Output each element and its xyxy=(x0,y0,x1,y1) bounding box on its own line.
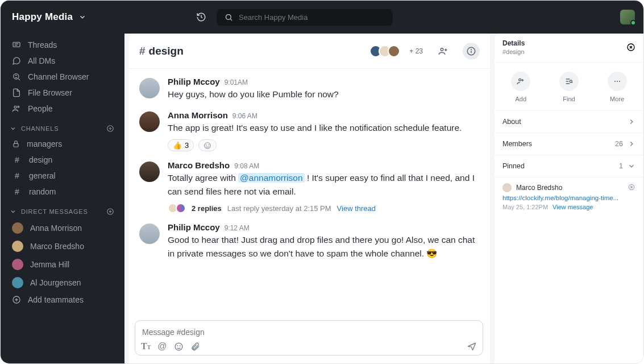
channel-design[interactable]: # design xyxy=(1,152,124,168)
channel-title[interactable]: # design xyxy=(139,45,184,57)
channel-browser-icon xyxy=(12,72,21,81)
channel-label: general xyxy=(29,171,56,180)
message[interactable]: Philip Mccoy9:12 AM Good to hear that! J… xyxy=(139,222,480,260)
svg-point-5 xyxy=(14,74,19,79)
close-details-button[interactable] xyxy=(626,43,635,52)
details-more-button[interactable]: More xyxy=(608,72,627,102)
svg-point-31 xyxy=(177,345,178,346)
section-label: CHANNELS xyxy=(21,125,59,132)
hash-icon: # xyxy=(12,155,22,164)
dm-jemma[interactable]: Jemma Hill xyxy=(1,255,124,274)
svg-point-48 xyxy=(614,81,616,82)
dm-marco[interactable]: Marco Bredsho xyxy=(1,237,124,255)
pinned-date: May 25, 1:22PM xyxy=(502,204,548,210)
message[interactable]: Marco Bredsho9:08 AM Totally agree with … xyxy=(139,160,480,213)
user-avatar[interactable] xyxy=(620,10,635,24)
sidebar-file-browser[interactable]: File Browser xyxy=(1,85,124,101)
workspace-name: Happy Media xyxy=(12,11,73,23)
message-text: Good to hear that! Just drag and drop fi… xyxy=(168,233,480,260)
channel-random[interactable]: # random xyxy=(1,184,124,200)
row-label: About xyxy=(502,118,521,126)
add-person-icon xyxy=(516,77,525,86)
svg-point-10 xyxy=(18,106,19,107)
file-browser-icon xyxy=(12,88,21,97)
details-add-button[interactable]: Add xyxy=(511,72,530,102)
people-icon xyxy=(12,104,21,113)
message-author: Philip Mccoy xyxy=(168,77,220,86)
message[interactable]: Anna Morrison9:06 AM The app is great! I… xyxy=(139,110,480,151)
dm-label: Jemma Hill xyxy=(30,260,69,269)
add-channel-icon[interactable] xyxy=(106,125,114,133)
svg-point-30 xyxy=(175,343,182,350)
composer-input[interactable] xyxy=(141,325,477,341)
search-bar[interactable] xyxy=(217,9,393,26)
history-icon xyxy=(196,12,206,22)
add-teammates-label: Add teammates xyxy=(28,295,84,304)
add-dm-icon[interactable] xyxy=(106,208,114,216)
threads-icon xyxy=(12,40,21,49)
channel-name: design xyxy=(149,45,184,57)
mention[interactable]: @annamorrison xyxy=(238,173,305,183)
message-time: 9:01AM xyxy=(225,78,248,86)
row-label: Pinned xyxy=(502,162,525,170)
view-message-link[interactable]: View message xyxy=(552,204,593,210)
add-teammates[interactable]: Add teammates xyxy=(1,292,124,308)
history-button[interactable] xyxy=(193,9,210,26)
hash-icon: # xyxy=(12,171,22,180)
add-emoji-icon xyxy=(203,142,211,150)
dms-icon xyxy=(12,56,21,65)
channels-section-header[interactable]: CHANNELS xyxy=(1,117,124,136)
format-button[interactable]: TT xyxy=(141,341,151,351)
dm-section-header[interactable]: DIRECT MESSAGES xyxy=(1,200,124,219)
section-label: DIRECT MESSAGES xyxy=(21,208,88,215)
sidebar-channel-browser[interactable]: Channel Browser xyxy=(1,69,124,85)
member-count: + 23 xyxy=(409,47,423,55)
add-people-button[interactable] xyxy=(434,43,451,60)
message-text: Totally agree with @annamorrison ! It's … xyxy=(168,171,480,198)
svg-point-21 xyxy=(441,48,443,51)
message-composer[interactable]: TT @ xyxy=(135,320,483,355)
emoji-button[interactable] xyxy=(174,342,184,351)
details-members-row[interactable]: Members 26 xyxy=(495,133,643,155)
chevron-down-icon xyxy=(10,125,16,132)
attach-button[interactable] xyxy=(190,342,200,351)
lock-icon xyxy=(12,140,20,148)
details-pinned-row[interactable]: Pinned 1 xyxy=(495,155,643,177)
channel-general[interactable]: # general xyxy=(1,168,124,184)
thread-replies-count: 2 replies xyxy=(192,204,222,213)
dm-anna[interactable]: Anna Morrison xyxy=(1,219,124,237)
message-author: Marco Bredsho xyxy=(168,160,230,170)
svg-line-1 xyxy=(230,19,232,20)
search-input[interactable] xyxy=(239,13,385,22)
chevron-down-icon xyxy=(78,13,86,21)
info-button[interactable] xyxy=(463,43,480,60)
send-button[interactable] xyxy=(467,341,477,351)
unpin-button[interactable] xyxy=(628,183,635,191)
message-text: Hey guys, how do you like Pumble for now… xyxy=(168,88,480,101)
pinned-message[interactable]: Marco Bredsho https://clockify.me/blog/m… xyxy=(495,177,643,216)
sidebar-all-dms[interactable]: All DMs xyxy=(1,53,124,69)
pinned-link[interactable]: https://clockify.me/blog/managing-time..… xyxy=(502,195,628,201)
hash-icon: # xyxy=(139,45,146,57)
chevron-right-icon xyxy=(628,140,635,148)
view-thread-link[interactable]: View thread xyxy=(337,204,376,213)
action-label: Add xyxy=(516,96,527,102)
reaction-thumbsup[interactable]: 👍 3 xyxy=(168,139,194,151)
dm-al[interactable]: Al Jourgensen xyxy=(1,274,124,292)
sidebar-threads[interactable]: Threads xyxy=(1,37,124,53)
svg-rect-2 xyxy=(13,42,20,47)
member-avatars[interactable] xyxy=(369,45,400,57)
sidebar-item-label: Channel Browser xyxy=(28,72,89,81)
mention-button[interactable]: @ xyxy=(157,341,167,351)
channel-label: managers xyxy=(27,139,62,148)
sidebar-people[interactable]: People xyxy=(1,101,124,117)
action-label: Find xyxy=(563,96,575,102)
add-reaction-button[interactable] xyxy=(198,139,217,151)
message[interactable]: Philip Mccoy9:01AM Hey guys, how do you … xyxy=(139,77,480,101)
workspace-switcher[interactable]: Happy Media xyxy=(1,1,124,34)
channel-managers[interactable]: managers xyxy=(1,136,124,152)
chevron-down-icon xyxy=(628,162,635,170)
details-about-row[interactable]: About xyxy=(495,111,643,133)
members-count: 26 xyxy=(615,140,623,148)
details-find-button[interactable]: Find xyxy=(559,72,579,102)
